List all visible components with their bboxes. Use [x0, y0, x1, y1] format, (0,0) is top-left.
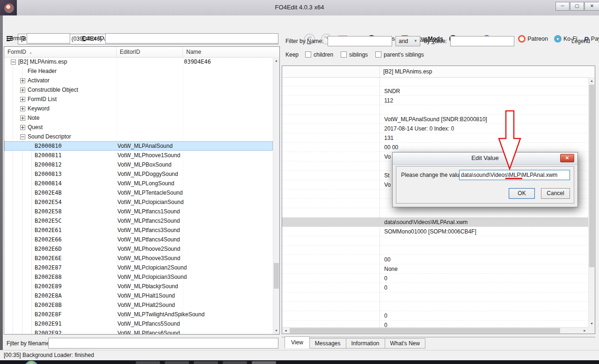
tree-row-group[interactable]: Quest	[4, 123, 273, 132]
expand-icon[interactable]	[20, 106, 25, 111]
tree-row-group[interactable]: Activator	[4, 76, 273, 85]
detail-row[interactable]: Rumble Send Value = (S...0	[282, 283, 588, 292]
checkbox-icon[interactable]	[305, 51, 311, 58]
tree-row-record[interactable]: B2002E8AVotW_MLPHalt1Sound	[4, 291, 273, 300]
tree-row-record[interactable]: B2000811VotW_MLPhoove1Sound	[4, 151, 273, 160]
detail-plugin-column-header[interactable]: [B2] MLPAnims.esp	[383, 66, 432, 77]
tree-row-record[interactable]: B2000813VotW_MLPDoggySound	[4, 169, 273, 179]
minimize-button[interactable]: ─	[555, 2, 570, 11]
tree-row-record[interactable]: B2002E88VotW_MLPclopician3Sound	[4, 272, 273, 282]
expand-icon[interactable]	[20, 87, 25, 93]
scroll-down-arrow[interactable]: ▼	[589, 320, 595, 327]
detail-horizontal-scrollbar[interactable]: ◄ ►	[282, 327, 588, 334]
expand-icon[interactable]	[20, 97, 25, 102]
formid-filter-input[interactable]	[27, 33, 70, 44]
tree-row-record[interactable]: B2002E8FVotW_MLPTwilightAndSpikeSound	[4, 310, 273, 319]
detail-row[interactable]: Version Control Info 200 00	[282, 143, 588, 152]
detail-row[interactable]: ONAM - Output ModelSOMMono01000 [SOPM:00…	[282, 227, 588, 236]
detail-row[interactable]: Record Flags	[282, 105, 588, 115]
tab-view[interactable]: View	[285, 336, 310, 348]
scroll-right-arrow[interactable]: ►	[581, 328, 588, 334]
tree-row-record[interactable]: B2002E61VotW_MLPtfancs3Sound	[4, 226, 273, 235]
taskbar-item[interactable]	[223, 361, 247, 364]
tree-row-record[interactable]: B2002E6EVotW_MLPhoove3Sound	[4, 254, 273, 263]
tree-row-record[interactable]: B2002E6DVotW_MLPhoove2Sound	[4, 244, 273, 254]
taskbar-item[interactable]	[165, 361, 189, 364]
collapse-icon[interactable]	[11, 59, 16, 65]
detail-row[interactable]: LoopingNone	[282, 264, 588, 274]
tree-row-record[interactable]: B2002E4BVotW_MLPTentacleSound	[4, 188, 273, 197]
tree-row-plugin[interactable]: [B2] MLPAnims.esp039D4E46	[4, 57, 273, 66]
filter-by-value-input[interactable]	[450, 36, 514, 46]
tab-whatsnew[interactable]: What's New	[385, 338, 426, 349]
tree-row-group[interactable]: Constructible Object	[4, 85, 273, 95]
column-header-formid[interactable]: FormID▲	[4, 47, 117, 57]
close-button[interactable]: ✕	[584, 2, 599, 11]
tab-messages[interactable]: Messages	[309, 338, 346, 349]
tree-row-group[interactable]: Keyword	[4, 104, 273, 113]
detail-row[interactable]: Version Control Info 12017-08-14 User: 0…	[282, 124, 588, 133]
detail-row[interactable]: Record Header	[282, 77, 588, 87]
tree-row-record[interactable]: B2000810VotW_MLPAnalSound	[4, 141, 273, 151]
tree-row-record[interactable]: B2002E89VotW_MLPblackjrSound	[4, 282, 273, 291]
expand-icon[interactable]	[20, 116, 25, 121]
tree-row-record[interactable]: B2002E87VotW_MLPclopician2Sound	[4, 263, 273, 272]
detail-row[interactable]: Data Size112	[282, 96, 588, 105]
tree-row-record[interactable]: B2000814VotW_MLPLongSound	[4, 179, 273, 188]
detail-row[interactable]: ANAM - File Namedata\sound\Videos\MLPAna…	[282, 218, 588, 227]
detail-row[interactable]: Form Version131	[282, 133, 588, 143]
keep-option-children[interactable]: children	[305, 51, 333, 58]
detail-row[interactable]: LNAM - Values	[282, 246, 588, 255]
editorid-filter-input[interactable]	[105, 33, 278, 44]
tab-information[interactable]: Information	[346, 338, 385, 349]
scroll-up-arrow[interactable]: ▲	[273, 57, 279, 64]
collapse-icon[interactable]	[20, 134, 25, 139]
tree-row-record[interactable]: B2002E91VotW_MLPtfancs5Sound	[4, 319, 273, 328]
scrollbar-thumb[interactable]	[290, 328, 560, 333]
detail-row[interactable]: % Frequency Variance0	[282, 320, 588, 327]
tree-row-group[interactable]: Sound Descriptor	[4, 132, 273, 141]
tree-row-record[interactable]: B2002E92VotW_MLPtfancs6Sound	[4, 328, 273, 334]
tree-row-record[interactable]: B2002E58VotW_MLPtfancs1Sound	[4, 207, 273, 216]
column-header-name[interactable]: Name	[183, 47, 280, 57]
keep-option-parentssiblings[interactable]: parent's siblings	[375, 51, 424, 58]
tree-vertical-scrollbar[interactable]: ▲ ▼	[273, 57, 279, 334]
expand-icon[interactable]	[20, 125, 25, 130]
tree-row-record[interactable]: B2002E54VotW_MLPclopicianSound	[4, 197, 273, 207]
legend-link[interactable]: Legend	[571, 38, 590, 44]
scrollbar-thumb[interactable]	[589, 85, 594, 267]
detail-vertical-scrollbar[interactable]: ▲ ▼	[588, 77, 595, 327]
expand-icon[interactable]	[20, 78, 25, 83]
tree-row-group[interactable]: Note	[4, 113, 273, 123]
ok-button[interactable]: OK	[509, 188, 535, 199]
detail-row[interactable]: Conditions	[282, 236, 588, 246]
column-header-editorid[interactable]: EditorID	[117, 47, 183, 57]
detail-row[interactable]: SignatureSNDR	[282, 87, 588, 96]
checkbox-icon[interactable]	[341, 51, 347, 58]
scroll-down-arrow[interactable]: ▼	[273, 327, 279, 334]
tree-row-record[interactable]: B2002E8BVotW_MLPHalt2Sound	[4, 300, 273, 310]
detail-row[interactable]: Values	[282, 302, 588, 311]
link-patreon[interactable]: Patreon	[518, 35, 548, 43]
detail-row[interactable]: Unknown00	[282, 255, 588, 264]
filter-logic-select[interactable]: and▼	[395, 36, 420, 46]
tree-row-group[interactable]: File Header	[4, 66, 273, 76]
cancel-button[interactable]: Cancel	[541, 188, 570, 199]
taskbar-item[interactable]	[252, 361, 276, 364]
detail-row[interactable]: Sound Files #0	[282, 208, 588, 218]
start-button[interactable]	[24, 361, 38, 364]
taskbar-item[interactable]	[194, 361, 218, 364]
detail-row[interactable]: Sidechain0	[282, 274, 588, 283]
dialog-close-button[interactable]: ✕	[560, 154, 574, 162]
detail-row[interactable]: % Frequency Shift0	[282, 311, 588, 320]
tree-row-group[interactable]: FormID List	[4, 95, 273, 104]
tree-row-record[interactable]: B2000812VotW_MLPBoxSound	[4, 160, 273, 169]
taskbar-item[interactable]	[136, 361, 160, 364]
scroll-up-arrow[interactable]: ▲	[589, 77, 595, 84]
keep-option-siblings[interactable]: siblings	[341, 51, 368, 58]
tree-row-record[interactable]: B2002E66VotW_MLPtfancs4Sound	[4, 235, 273, 244]
maximize-button[interactable]: ▢	[570, 2, 584, 11]
filename-filter-input[interactable]	[48, 338, 278, 349]
scrollbar-thumb[interactable]	[274, 263, 279, 289]
tree-row-record[interactable]: B2002E5CVotW_MLPtfancs2Sound	[4, 216, 273, 226]
